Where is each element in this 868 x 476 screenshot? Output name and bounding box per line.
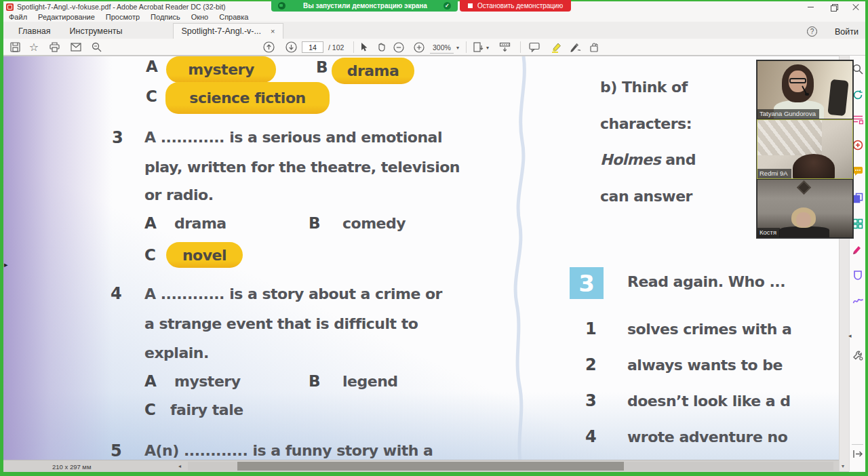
- zoom-level-value[interactable]: 300%: [430, 43, 454, 54]
- restore-icon[interactable]: [830, 3, 837, 11]
- previous-page-icon[interactable]: [261, 41, 276, 54]
- q2-option-a-label: A: [146, 58, 157, 75]
- signin-button[interactable]: Войти: [835, 27, 859, 37]
- pdf-page[interactable]: A mystery B drama C science fiction 3 A …: [3, 56, 839, 460]
- q5-line1: A(n) ............ is a funny story with …: [144, 442, 433, 459]
- q3-number: 3: [112, 128, 123, 147]
- q2-option-c-label: C: [146, 87, 157, 105]
- zoom-share-banner: Вы запустили демонстрацию экрана ✓ Остан…: [271, 0, 571, 12]
- tab-tools[interactable]: Инструменты: [60, 24, 132, 39]
- hand-tool-icon[interactable]: [374, 41, 389, 54]
- video-tile-phone[interactable]: Redmi 9A: [757, 119, 853, 178]
- tab-document[interactable]: Spotlight-7-Angl.-v-... ×: [173, 23, 284, 39]
- ceiling: [757, 120, 822, 155]
- share-frame-right: [865, 0, 868, 476]
- right-b-line2: characters:: [600, 115, 692, 132]
- fit-width-icon[interactable]: [497, 41, 512, 54]
- ex3-item4-text: wrote adventure no: [627, 429, 787, 445]
- minimize-icon[interactable]: [808, 3, 815, 11]
- next-page-icon[interactable]: [283, 41, 298, 54]
- ink-signature-icon[interactable]: [852, 296, 864, 307]
- comment-icon[interactable]: [527, 41, 542, 54]
- page-fold-line: [502, 56, 549, 460]
- window-title: Spotlight-7-Angl.-v-fokuse.pdf - Adobe A…: [17, 3, 226, 11]
- zoom-level-caret-icon[interactable]: ▾: [456, 45, 459, 51]
- menu-bar: Файл Редактирование Просмотр Подпись Окн…: [3, 12, 865, 22]
- page-number-input[interactable]: [302, 41, 323, 53]
- ex3-item2-num: 2: [585, 355, 596, 374]
- q4-line2: a strange event that is difficult to: [144, 315, 418, 332]
- highlight-novel: novel: [166, 242, 243, 268]
- menu-edit[interactable]: Редактирование: [33, 13, 100, 21]
- print-icon[interactable]: [47, 41, 62, 54]
- q4-option-a-text: mystery: [174, 373, 241, 390]
- menu-sign[interactable]: Подпись: [145, 13, 186, 21]
- zoom-video-panel[interactable]: Tatyana Gundorova Redmi 9A Костя: [756, 60, 854, 239]
- horizontal-scrollbar[interactable]: ▸: [188, 462, 833, 471]
- scroll-left-icon[interactable]: ◂: [178, 463, 181, 469]
- shield-check-icon: ✓: [443, 2, 451, 9]
- page-size-label: 210 x 297 мм: [52, 463, 91, 471]
- glasses: [789, 78, 806, 83]
- more-tools-icon[interactable]: [852, 350, 864, 361]
- video-tile-teacher[interactable]: Tatyana Gundorova: [757, 60, 853, 119]
- menu-view[interactable]: Просмотр: [100, 13, 145, 21]
- tab-home[interactable]: Главная: [9, 24, 60, 39]
- q4-option-b-label: B: [309, 372, 320, 390]
- goto-next-view-icon[interactable]: [852, 449, 864, 460]
- q3-option-b-label: B: [309, 214, 320, 232]
- menu-window[interactable]: Окно: [186, 13, 214, 21]
- create-pdf-icon[interactable]: [852, 140, 864, 151]
- highlight-drama: drama: [332, 58, 414, 84]
- nav-panel-expand-icon[interactable]: ▸: [4, 260, 8, 269]
- save-icon[interactable]: [7, 41, 22, 54]
- toolbar: ☆ / 102 300% ▾: [3, 39, 865, 56]
- headset-mic-tip: [805, 93, 809, 96]
- fill-sign-icon[interactable]: [587, 41, 601, 54]
- star-icon[interactable]: ☆: [26, 41, 41, 54]
- share-frame-left: [0, 0, 3, 476]
- edit-pdf-icon[interactable]: [852, 114, 864, 125]
- email-icon[interactable]: [68, 41, 83, 54]
- video-tile-student[interactable]: Костя: [757, 179, 853, 238]
- exercise-3-title: Read again. Who ...: [627, 273, 785, 290]
- scroll-down-icon[interactable]: ▾: [842, 463, 844, 469]
- select-tool-icon[interactable]: [356, 41, 371, 54]
- zoom-in-icon[interactable]: [412, 41, 427, 54]
- horizontal-scroll-thumb[interactable]: [237, 462, 624, 471]
- menu-help[interactable]: Справка: [214, 13, 254, 21]
- tab-close-icon[interactable]: ×: [271, 27, 275, 35]
- sidebar-divider: [852, 444, 863, 445]
- participant-name: Tatyana Gundorova: [757, 109, 819, 119]
- ex3-item3-num: 3: [585, 391, 596, 410]
- organize-pages-icon[interactable]: [852, 218, 864, 230]
- fill-sign-tool-icon[interactable]: [852, 244, 864, 256]
- sidebar-collapse-icon[interactable]: ◂: [848, 332, 852, 339]
- sign-pen-icon[interactable]: [568, 41, 583, 54]
- search-tool-icon[interactable]: [852, 64, 864, 75]
- ex3-item4-num: 4: [585, 427, 596, 446]
- stop-share-button[interactable]: Остановить демонстрацию: [460, 0, 571, 12]
- help-icon[interactable]: ?: [807, 26, 817, 37]
- search-icon[interactable]: [89, 41, 104, 54]
- protect-icon[interactable]: [852, 270, 864, 281]
- q5-number: 5: [111, 441, 121, 460]
- ex3-item3-text: doesn’t look like a d: [627, 393, 791, 410]
- menu-file[interactable]: Файл: [3, 13, 33, 21]
- highlight-science-fiction: science fiction: [165, 82, 330, 114]
- tab-bar: Главная Инструменты Spotlight-7-Angl.-v-…: [3, 22, 865, 39]
- share-message-pill: Вы запустили демонстрацию экрана ✓: [271, 0, 458, 12]
- ex3-item1-num: 1: [585, 319, 596, 338]
- comment-tool-icon[interactable]: [852, 165, 864, 177]
- highlighter-icon[interactable]: [549, 41, 564, 54]
- q3-option-a-text: drama: [174, 215, 226, 232]
- q3-option-b-text: comedy: [342, 215, 406, 232]
- combine-files-icon[interactable]: [852, 193, 864, 204]
- page-display-caret-icon[interactable]: ▾: [486, 45, 489, 51]
- export-pdf-icon[interactable]: [852, 90, 864, 101]
- close-icon[interactable]: [852, 3, 860, 11]
- chair: [827, 79, 848, 116]
- page-display-icon[interactable]: [471, 41, 486, 54]
- participant-name: Костя: [757, 228, 780, 237]
- zoom-out-icon[interactable]: [391, 41, 406, 54]
